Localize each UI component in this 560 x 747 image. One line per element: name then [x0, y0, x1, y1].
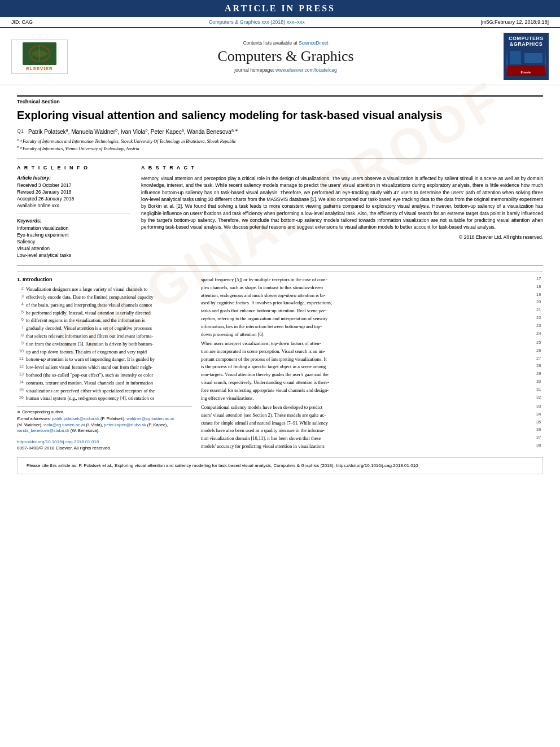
line-num-r27: 27: [534, 356, 543, 362]
cg-logo-image: Elsevier: [506, 48, 546, 76]
line-text-38: models' accuracy for predicting visual a…: [201, 443, 534, 449]
line-text-19: attention, endogenous and much slower to…: [201, 292, 534, 299]
keyword-2: Eye-tracking experiment: [17, 232, 130, 238]
line-text-35: curate for simple stimuli and natural im…: [201, 420, 534, 426]
keyword-5: Low-level analytical tasks: [17, 252, 130, 258]
section1-heading: 1. Introduction: [17, 276, 192, 283]
homepage-url[interactable]: www.elsevier.com/locate/cag: [275, 67, 337, 73]
line-text-8: that selects relevant information and fi…: [26, 333, 192, 339]
line-num-14: 14: [17, 379, 26, 386]
line-num-7: 7: [17, 325, 26, 331]
issn-text: 0097-8493/© 2018 Elsevier, All rights re…: [17, 445, 192, 452]
line-text-26: tion are incorporated in scene perceptio…: [201, 348, 534, 355]
article-info-abstract-section: A R T I C L E I N F O Article history: R…: [17, 159, 543, 265]
line-num-16: 16: [17, 395, 26, 401]
right-col-lines: spatial frequency [5]) or by multiple re…: [201, 276, 543, 449]
line-num-r31: 31: [534, 387, 543, 394]
line-num-r24: 24: [534, 331, 543, 338]
line-text-31: fore essential for selecting appropriate…: [201, 387, 534, 394]
journal-title: Computers & Graphics: [73, 48, 498, 65]
contents-line: Contents lists available at ScienceDirec…: [73, 40, 498, 46]
doi-section: https://doi.org/10.1016/j.cag.2018.01.01…: [17, 439, 192, 452]
affiliations: a ᵃ Faculty of Informatics and Informati…: [17, 137, 543, 152]
body-section: 1. Introduction 2Visualization designers…: [17, 276, 543, 452]
line-text-37: tion visualization domain [10,11], it ha…: [201, 435, 534, 442]
line-text-3: effectively encode data. Due to the limi…: [26, 294, 192, 300]
email-viola[interactable]: viola@cg.tuwien.ac.at: [43, 422, 85, 427]
body-left-col: 1. Introduction 2Visualization designers…: [17, 276, 192, 452]
left-col-lines: 2Visualization designers use a large var…: [17, 286, 192, 402]
accepted-date: Accepted 26 January 2018: [17, 196, 130, 202]
q1-marker: Q1: [17, 128, 24, 135]
top-meta-row: JID: CAG Computers & Graphics xxx (2018)…: [0, 17, 560, 27]
journal-link[interactable]: Computers & Graphics xxx (2018) xxx–xxx: [33, 19, 480, 25]
line-text-18: plex channels, such as shape. In contras…: [201, 284, 534, 291]
journal-header: ELSEVIER Contents lists available at Sci…: [0, 27, 560, 85]
line-text-12: low-level salient visual features which …: [26, 364, 192, 370]
line-text-7: gradually decoded. Visual attention is a…: [26, 325, 192, 331]
cg-logo-title: COMPUTERS&GRAPHICS: [506, 36, 546, 47]
line-num-r34: 34: [534, 412, 543, 418]
line-num-r23: 23: [534, 323, 543, 330]
line-text-4: of the brain, parsing and interpreting t…: [26, 302, 192, 308]
svg-rect-6: [524, 53, 542, 63]
line-num-8: 8: [17, 333, 26, 339]
line-num-5: 5: [17, 309, 26, 316]
line-text-32: ing effective visualizations.: [201, 395, 534, 401]
line-text-23: information, lies in the interaction bet…: [201, 323, 534, 330]
line-text-29: non-targets. Visual attention thereby gu…: [201, 371, 534, 378]
footnote-section: ∗ Corresponding author. E-mail addresses…: [17, 407, 192, 434]
line-text-33: Computational saliency models have been …: [201, 404, 534, 410]
revised-date: Revised 26 January 2018: [17, 189, 130, 195]
abstract-col: A B S T R A C T Memory, visual attention…: [141, 165, 543, 259]
article-info-col: A R T I C L E I N F O Article history: R…: [17, 165, 130, 259]
abstract-text: Memory, visual attention and perception …: [141, 175, 543, 231]
email-kapec[interactable]: peter.kapec@stuba.sk: [104, 422, 146, 427]
line-num-6: 6: [17, 317, 26, 324]
keywords-label: Keywords:: [17, 218, 130, 224]
line-num-r28: 28: [534, 363, 543, 370]
line-text-11: bottom-up attention is to warn of impend…: [26, 356, 192, 362]
line-num-12: 12: [17, 364, 26, 370]
email-waldner[interactable]: waldner@cg.tuwien.ac.at: [126, 416, 174, 421]
line-num-r32: 32: [534, 395, 543, 401]
line-text-24: down processing of attention [6].: [201, 331, 534, 338]
line-num-3: 3: [17, 294, 26, 300]
email-polatsek[interactable]: patrik.polatsek@stuba.sk: [52, 416, 99, 421]
footnote-corresponding: ∗ Corresponding author.: [17, 409, 192, 416]
line-num-r36: 36: [534, 427, 543, 434]
line-text-30: visual search, respectively. Understandi…: [201, 379, 534, 386]
received-date: Received 3 October 2017: [17, 182, 130, 188]
line-num-r26: 26: [534, 348, 543, 355]
line-text-15: visualizations are perceived either with…: [26, 387, 192, 394]
line-text-5: be performed rapidly. Instead, visual at…: [26, 309, 192, 316]
svg-text:Elsevier: Elsevier: [520, 71, 531, 74]
meta-right: [m5G;February 12, 2018;9:18]: [480, 19, 549, 25]
line-num-r35: 35: [534, 420, 543, 426]
line-num-11: 11: [17, 356, 26, 362]
line-num-r29: 29: [534, 371, 543, 378]
svg-rect-5: [510, 51, 521, 64]
line-num-r37: 37: [534, 435, 543, 442]
available-online: Available online xxx: [17, 203, 130, 208]
sciencedirect-link[interactable]: ScienceDirect: [299, 40, 328, 46]
email-benesova[interactable]: vanda_benesova@stuba.sk: [17, 428, 69, 433]
section-divider: [17, 271, 543, 272]
line-num-10: 10: [17, 348, 26, 355]
line-num-r33: 33: [534, 404, 543, 410]
doi-link[interactable]: https://doi.org/10.1016/j.cag.2018.01.01…: [17, 439, 99, 444]
line-num-r20: 20: [534, 299, 543, 306]
article-title: Exploring visual attention and saliency …: [17, 108, 543, 123]
line-text-16: human visual system (e.g., red-green opp…: [26, 395, 192, 401]
line-num-r18: 18: [534, 284, 543, 291]
copyright-line: © 2018 Elsevier Ltd. All rights reserved…: [141, 234, 543, 240]
main-content: Technical Section Exploring visual atten…: [0, 90, 560, 474]
line-num-4: 4: [17, 302, 26, 308]
line-text-6: to different regions in the visualizatio…: [26, 317, 192, 324]
line-num-r25: 25: [534, 340, 543, 347]
line-num-2: 2: [17, 286, 26, 292]
line-num-r38: 38: [534, 443, 543, 449]
line-text-13: borhood (the so-called "pop-out effect")…: [26, 372, 192, 378]
line-num-15: 15: [17, 387, 26, 394]
jid-label: JID: CAG: [11, 19, 33, 25]
